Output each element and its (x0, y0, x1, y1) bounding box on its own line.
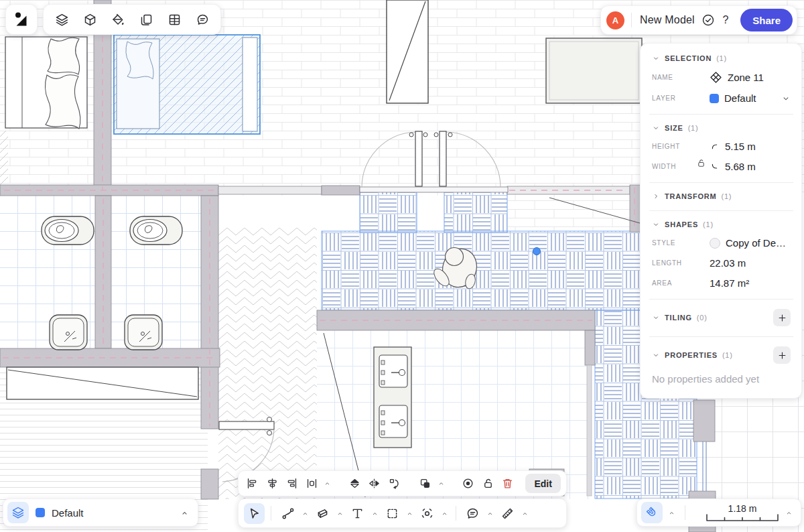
snap-menu-caret[interactable] (667, 504, 677, 521)
section-title: SELECTION (665, 54, 712, 62)
section-tiling[interactable]: TILING (0) (652, 309, 791, 326)
section-count: (1) (716, 54, 727, 62)
section-title: TRANSFORM (665, 192, 716, 200)
share-button[interactable]: Share (740, 9, 793, 31)
comment-tool[interactable] (462, 503, 483, 524)
3d-view-button[interactable] (78, 8, 101, 31)
snap-toggle-button[interactable] (641, 502, 663, 523)
text-menu-caret[interactable] (370, 505, 380, 522)
edit-button[interactable]: Edit (525, 474, 560, 493)
toolbar-divider (456, 506, 456, 521)
tools-toolbar (238, 498, 567, 528)
measure-tool[interactable] (497, 503, 518, 524)
align-center-button[interactable] (264, 474, 281, 493)
polyline-menu-caret[interactable] (300, 505, 310, 522)
align-right-icon (285, 477, 298, 490)
styles-button[interactable] (107, 8, 129, 31)
style-row: STYLE Copy of De… (652, 237, 791, 249)
delete-button[interactable] (499, 474, 517, 493)
chevron-down-icon (652, 54, 660, 62)
help-button[interactable]: ? (718, 14, 734, 26)
shower-2 (125, 315, 162, 350)
section-count: (1) (722, 351, 733, 359)
divider (649, 114, 793, 115)
avatar[interactable]: A (606, 11, 624, 29)
shower-1 (50, 315, 87, 350)
plus-icon (777, 350, 787, 360)
section-selection[interactable]: SELECTION (1) (652, 54, 791, 62)
caret-up-icon (336, 509, 344, 518)
layer-select[interactable]: Default (710, 92, 756, 104)
rotate-button[interactable] (386, 474, 403, 493)
zone-menu-caret[interactable] (405, 505, 415, 522)
layers-panel-button[interactable] (50, 8, 73, 31)
section-properties[interactable]: PROPERTIES (1) (652, 346, 791, 364)
name-row: NAME Zone 11 (652, 71, 791, 84)
zone-tool[interactable] (382, 503, 403, 524)
distribute-button[interactable] (304, 474, 321, 493)
scale-menu-caret[interactable] (784, 504, 794, 521)
caret-up-icon (323, 479, 332, 488)
smart-select-menu-caret[interactable] (440, 505, 450, 522)
section-title: SHAPES (665, 220, 698, 228)
scale-value: 1.18 m (728, 503, 757, 514)
saved-status-button[interactable] (699, 11, 718, 29)
align-left-button[interactable] (244, 474, 261, 493)
measure-menu-caret[interactable] (520, 505, 530, 522)
caret-up-icon (667, 509, 676, 517)
align-right-button[interactable] (283, 474, 301, 493)
flip-horizontal-button[interactable] (366, 474, 383, 493)
polyline-icon (281, 507, 295, 521)
comment-menu-caret[interactable] (485, 505, 495, 522)
caret-up-icon (405, 509, 414, 518)
toilet-1 (42, 216, 94, 245)
pages-button[interactable] (135, 8, 157, 31)
style-select[interactable]: Copy of De… (710, 237, 786, 249)
tables-button[interactable] (163, 8, 186, 31)
arrange-button[interactable] (417, 474, 434, 493)
toolbar-divider (685, 505, 685, 520)
visibility-button[interactable] (460, 474, 477, 493)
comments-button[interactable] (191, 8, 214, 31)
section-transform[interactable]: TRANSFORM (1) (652, 192, 791, 200)
shape-tool[interactable] (312, 503, 333, 524)
text-tool[interactable] (347, 503, 368, 524)
layers-toggle-button[interactable] (7, 502, 29, 523)
flip-horizontal-icon (368, 477, 381, 490)
add-property-button[interactable] (773, 346, 791, 364)
flip-vertical-button[interactable] (346, 474, 364, 493)
model-name[interactable]: New Model (640, 14, 695, 26)
scale-widget[interactable]: 1.18 m (706, 503, 779, 522)
height-value[interactable]: 5.15 m (710, 141, 756, 152)
select-tool[interactable] (244, 503, 265, 524)
arrange-menu-caret[interactable] (436, 475, 446, 492)
add-tiling-button[interactable] (773, 309, 791, 326)
active-layer-swatch (36, 508, 45, 517)
section-shapes[interactable]: SHAPES (1) (652, 220, 791, 228)
chevron-down-icon[interactable] (781, 94, 791, 103)
width-value[interactable]: 5.68 m (710, 161, 756, 172)
style-label: STYLE (652, 239, 710, 247)
plus-icon (777, 313, 787, 323)
selection-handle[interactable] (533, 248, 541, 255)
hatched-zone-bed[interactable] (114, 35, 260, 134)
active-layer-name[interactable]: Default (52, 507, 84, 519)
scale-ruler-icon (706, 514, 779, 522)
counter (7, 367, 198, 399)
polyline-tool[interactable] (277, 503, 298, 524)
caret-up-icon[interactable] (180, 508, 190, 518)
distribute-menu-caret[interactable] (323, 475, 332, 492)
height-label: HEIGHT (652, 143, 710, 150)
shape-menu-caret[interactable] (335, 505, 345, 522)
copy-icon (139, 13, 153, 27)
smart-select-tool[interactable] (417, 503, 438, 524)
chevron-down-icon (652, 220, 660, 228)
app-logo-card[interactable] (5, 4, 38, 35)
section-size[interactable]: SIZE (1) (652, 124, 791, 132)
section-count: (0) (697, 314, 708, 322)
shape-icon (316, 507, 330, 521)
zone-name-value[interactable]: Zone 11 (710, 71, 764, 84)
caret-up-icon (440, 509, 449, 518)
lock-button[interactable] (479, 474, 496, 493)
unlock-icon[interactable] (696, 158, 706, 168)
